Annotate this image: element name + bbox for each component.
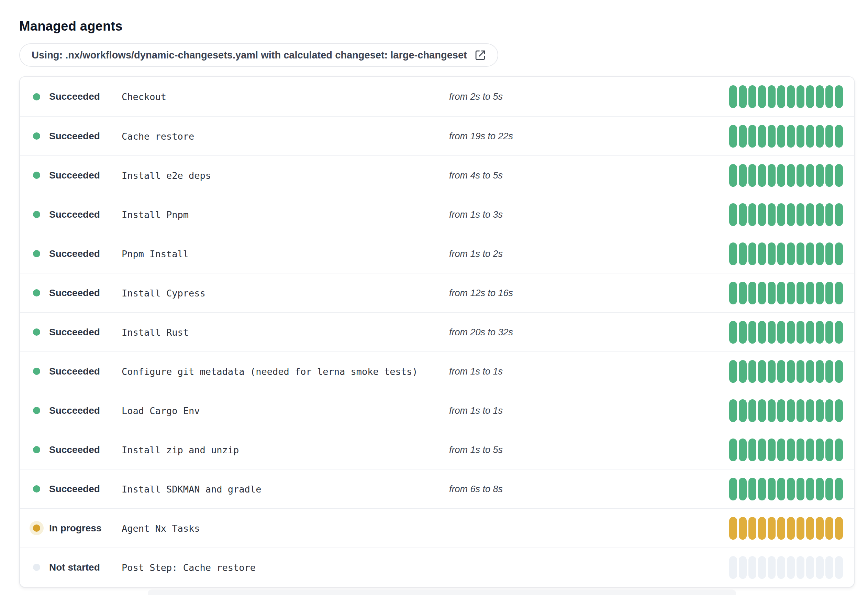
progress-pill	[768, 360, 776, 383]
progress-pill	[825, 517, 833, 540]
progress-pill	[768, 164, 776, 187]
external-link-icon	[475, 50, 486, 61]
step-row[interactable]: Succeeded Install e2e deps from 4s to 5s	[20, 155, 854, 195]
progress-pill	[797, 438, 805, 461]
status-dot-succeeded-icon	[33, 485, 40, 493]
progress-pill	[816, 321, 824, 343]
progress-pill	[748, 203, 756, 226]
progress-pill	[835, 438, 843, 461]
progress-pill	[787, 203, 795, 226]
step-row[interactable]: Succeeded Cache restore from 19s to 22s	[20, 116, 854, 155]
step-duration: from 20s to 32s	[449, 327, 513, 337]
progress-pill	[768, 282, 776, 304]
step-row[interactable]: Not started Post Step: Cache restore	[20, 548, 854, 587]
status-label: Succeeded	[49, 484, 100, 494]
progress-pill	[787, 164, 795, 187]
step-name: Pnpm Install	[122, 248, 189, 259]
progress-pill	[835, 517, 843, 540]
progress-pill	[729, 399, 737, 422]
status-dot-succeeded-icon	[33, 407, 40, 414]
step-duration: from 6s to 8s	[449, 484, 503, 494]
progress-pill	[768, 478, 776, 500]
status-dot-succeeded-icon	[33, 446, 40, 453]
step-row[interactable]: Succeeded Install Rust from 20s to 32s	[20, 312, 854, 351]
progress-pill	[787, 556, 795, 579]
status-label: Succeeded	[49, 209, 100, 220]
step-row[interactable]: Succeeded Pnpm Install from 1s to 2s	[20, 234, 854, 273]
progress-pill	[797, 517, 805, 540]
progress-pill	[835, 85, 843, 108]
progress-pill	[825, 399, 833, 422]
progress-pill	[758, 360, 766, 383]
status-dot-succeeded-icon	[33, 368, 40, 375]
progress-pill	[739, 399, 747, 422]
progress-pill	[748, 360, 756, 383]
progress-pill	[748, 282, 756, 304]
step-row[interactable]: Succeeded Load Cargo Env from 1s to 1s	[20, 391, 854, 430]
progress-pill	[816, 203, 824, 226]
progress-pill	[797, 203, 805, 226]
status-label: Succeeded	[49, 366, 100, 377]
progress-pill	[787, 360, 795, 383]
step-row[interactable]: Succeeded Install zip and unzip from 1s …	[20, 430, 854, 469]
progress-pill	[768, 125, 776, 148]
progress-pill	[777, 556, 785, 579]
progress-pill	[739, 360, 747, 383]
step-name: Post Step: Cache restore	[122, 562, 256, 573]
progress-pill	[787, 321, 795, 343]
progress-pill	[768, 517, 776, 540]
progress-pills	[729, 85, 843, 108]
progress-pill	[748, 517, 756, 540]
progress-pills	[729, 125, 843, 148]
progress-pill	[825, 321, 833, 343]
step-name: Load Cargo Env	[122, 405, 200, 416]
progress-pill	[787, 282, 795, 304]
step-row[interactable]: Succeeded Configure git metadata (needed…	[20, 351, 854, 391]
progress-pill	[739, 556, 747, 579]
progress-pill	[748, 85, 756, 108]
progress-pill	[806, 321, 814, 343]
progress-pill	[825, 282, 833, 304]
progress-pill	[816, 478, 824, 500]
progress-pill	[758, 399, 766, 422]
progress-pills	[729, 399, 843, 422]
progress-pill	[797, 556, 805, 579]
progress-pill	[797, 399, 805, 422]
progress-pill	[787, 399, 795, 422]
step-row[interactable]: Succeeded Checkout from 2s to 5s	[20, 77, 854, 116]
progress-pill	[835, 556, 843, 579]
step-row[interactable]: Succeeded Install Pnpm from 1s to 3s	[20, 195, 854, 234]
progress-pill	[777, 125, 785, 148]
progress-pill	[739, 164, 747, 187]
step-duration: from 1s to 1s	[449, 366, 503, 377]
step-row[interactable]: In progress Agent Nx Tasks	[20, 508, 854, 548]
progress-pill	[787, 243, 795, 265]
progress-pill	[758, 478, 766, 500]
progress-pill	[797, 478, 805, 500]
status-label: Succeeded	[49, 287, 100, 299]
progress-pill	[758, 517, 766, 540]
progress-pill	[739, 85, 747, 108]
step-row[interactable]: Succeeded Install SDKMAN and gradle from…	[20, 469, 854, 508]
progress-pill	[729, 203, 737, 226]
progress-pill	[768, 556, 776, 579]
progress-pill	[777, 243, 785, 265]
progress-pills	[729, 360, 843, 383]
step-name: Install Cypress	[122, 287, 205, 298]
managed-agents-list: Succeeded Checkout from 2s to 5s Succeed…	[19, 76, 855, 588]
step-duration: from 12s to 16s	[449, 287, 513, 298]
progress-pill	[729, 360, 737, 383]
step-duration: from 1s to 1s	[449, 405, 503, 416]
progress-pill	[797, 243, 805, 265]
progress-pill	[825, 478, 833, 500]
status-dot-succeeded-icon	[33, 93, 40, 101]
step-row[interactable]: Succeeded Install Cypress from 12s to 16…	[20, 273, 854, 312]
progress-pills	[729, 164, 843, 187]
progress-pill	[816, 399, 824, 422]
progress-pill	[748, 321, 756, 343]
progress-pill	[797, 125, 805, 148]
workflow-link-banner[interactable]: Using: .nx/workflows/dynamic-changesets.…	[19, 43, 498, 67]
status-label: Not started	[49, 562, 100, 573]
progress-pill	[806, 282, 814, 304]
progress-pills	[729, 321, 843, 343]
